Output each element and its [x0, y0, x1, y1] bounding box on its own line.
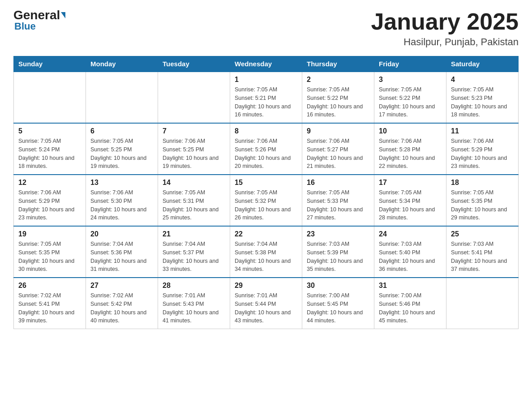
calendar-cell: 23Sunrise: 7:03 AM Sunset: 5:39 PM Dayli… [302, 226, 374, 278]
day-number: 27 [90, 282, 153, 290]
day-info: Sunrise: 7:05 AM Sunset: 5:35 PM Dayligh… [18, 240, 81, 274]
day-info: Sunrise: 7:00 AM Sunset: 5:46 PM Dayligh… [379, 291, 442, 325]
day-info: Sunrise: 7:06 AM Sunset: 5:30 PM Dayligh… [90, 188, 153, 222]
calendar-cell: 3Sunrise: 7:05 AM Sunset: 5:22 PM Daylig… [374, 72, 446, 123]
calendar-day-header: Wednesday [230, 56, 302, 72]
day-number: 14 [163, 179, 225, 187]
calendar-week-row: 5Sunrise: 7:05 AM Sunset: 5:24 PM Daylig… [14, 123, 519, 175]
calendar-cell: 17Sunrise: 7:05 AM Sunset: 5:34 PM Dayli… [374, 175, 446, 226]
day-info: Sunrise: 7:00 AM Sunset: 5:45 PM Dayligh… [307, 291, 369, 325]
calendar-day-header: Monday [86, 56, 158, 72]
page-header: General Blue January 2025 Hasilpur, Punj… [13, 9, 519, 48]
logo-arrow-icon [61, 12, 65, 18]
day-number: 5 [18, 127, 81, 135]
day-info: Sunrise: 7:01 AM Sunset: 5:44 PM Dayligh… [235, 291, 297, 325]
calendar-cell: 26Sunrise: 7:02 AM Sunset: 5:41 PM Dayli… [14, 278, 86, 329]
day-number: 22 [235, 230, 297, 238]
calendar-cell: 10Sunrise: 7:06 AM Sunset: 5:28 PM Dayli… [374, 123, 446, 175]
day-info: Sunrise: 7:01 AM Sunset: 5:43 PM Dayligh… [163, 291, 225, 325]
calendar-cell [446, 278, 519, 329]
day-number: 10 [379, 127, 442, 135]
calendar-cell: 16Sunrise: 7:05 AM Sunset: 5:33 PM Dayli… [302, 175, 374, 226]
day-number: 1 [235, 76, 297, 84]
day-info: Sunrise: 7:06 AM Sunset: 5:26 PM Dayligh… [235, 137, 297, 171]
day-info: Sunrise: 7:05 AM Sunset: 5:22 PM Dayligh… [379, 86, 442, 119]
calendar-cell: 7Sunrise: 7:06 AM Sunset: 5:25 PM Daylig… [158, 123, 230, 175]
calendar-cell: 8Sunrise: 7:06 AM Sunset: 5:26 PM Daylig… [230, 123, 302, 175]
day-number: 3 [379, 76, 442, 84]
day-info: Sunrise: 7:05 AM Sunset: 5:31 PM Dayligh… [163, 188, 225, 222]
calendar-week-row: 26Sunrise: 7:02 AM Sunset: 5:41 PM Dayli… [14, 278, 519, 329]
calendar-cell: 27Sunrise: 7:02 AM Sunset: 5:42 PM Dayli… [86, 278, 158, 329]
day-info: Sunrise: 7:06 AM Sunset: 5:27 PM Dayligh… [307, 137, 369, 171]
calendar-cell: 13Sunrise: 7:06 AM Sunset: 5:30 PM Dayli… [86, 175, 158, 226]
calendar-cell [14, 72, 86, 123]
day-info: Sunrise: 7:05 AM Sunset: 5:33 PM Dayligh… [307, 188, 369, 222]
day-info: Sunrise: 7:05 AM Sunset: 5:23 PM Dayligh… [451, 86, 514, 119]
calendar-day-header: Thursday [302, 56, 374, 72]
calendar-day-header: Friday [374, 56, 446, 72]
day-number: 25 [451, 230, 514, 238]
calendar-week-row: 12Sunrise: 7:06 AM Sunset: 5:29 PM Dayli… [14, 175, 519, 226]
day-number: 4 [451, 76, 514, 84]
day-info: Sunrise: 7:06 AM Sunset: 5:25 PM Dayligh… [163, 137, 225, 171]
calendar-cell: 28Sunrise: 7:01 AM Sunset: 5:43 PM Dayli… [158, 278, 230, 329]
title-block: January 2025 Hasilpur, Punjab, Pakistan [371, 9, 519, 48]
calendar-cell: 30Sunrise: 7:00 AM Sunset: 5:45 PM Dayli… [302, 278, 374, 329]
calendar-cell: 20Sunrise: 7:04 AM Sunset: 5:36 PM Dayli… [86, 226, 158, 278]
day-number: 7 [163, 127, 225, 135]
logo-blue: Blue [14, 21, 36, 31]
day-info: Sunrise: 7:05 AM Sunset: 5:32 PM Dayligh… [235, 188, 297, 222]
day-number: 26 [18, 282, 81, 290]
calendar-day-header: Sunday [14, 56, 86, 72]
calendar-cell [158, 72, 230, 123]
calendar-cell: 2Sunrise: 7:05 AM Sunset: 5:22 PM Daylig… [302, 72, 374, 123]
day-info: Sunrise: 7:05 AM Sunset: 5:22 PM Dayligh… [307, 86, 369, 119]
logo: General Blue [13, 9, 65, 31]
day-info: Sunrise: 7:05 AM Sunset: 5:24 PM Dayligh… [18, 137, 81, 171]
day-info: Sunrise: 7:06 AM Sunset: 5:29 PM Dayligh… [18, 188, 81, 222]
day-number: 23 [307, 230, 369, 238]
calendar-cell [86, 72, 158, 123]
calendar-cell: 9Sunrise: 7:06 AM Sunset: 5:27 PM Daylig… [302, 123, 374, 175]
day-number: 29 [235, 282, 297, 290]
day-number: 15 [235, 179, 297, 187]
day-info: Sunrise: 7:06 AM Sunset: 5:29 PM Dayligh… [451, 137, 514, 171]
day-number: 31 [379, 282, 442, 290]
day-info: Sunrise: 7:06 AM Sunset: 5:28 PM Dayligh… [379, 137, 442, 171]
day-number: 13 [90, 179, 153, 187]
calendar-cell: 6Sunrise: 7:05 AM Sunset: 5:25 PM Daylig… [86, 123, 158, 175]
calendar-cell: 5Sunrise: 7:05 AM Sunset: 5:24 PM Daylig… [14, 123, 86, 175]
day-info: Sunrise: 7:04 AM Sunset: 5:38 PM Dayligh… [235, 240, 297, 274]
calendar-cell: 1Sunrise: 7:05 AM Sunset: 5:21 PM Daylig… [230, 72, 302, 123]
logo-general: General [13, 9, 65, 21]
calendar-table: SundayMondayTuesdayWednesdayThursdayFrid… [13, 56, 519, 329]
calendar-cell: 25Sunrise: 7:03 AM Sunset: 5:41 PM Dayli… [446, 226, 519, 278]
day-number: 21 [163, 230, 225, 238]
calendar-week-row: 19Sunrise: 7:05 AM Sunset: 5:35 PM Dayli… [14, 226, 519, 278]
day-info: Sunrise: 7:03 AM Sunset: 5:39 PM Dayligh… [307, 240, 369, 274]
calendar-week-row: 1Sunrise: 7:05 AM Sunset: 5:21 PM Daylig… [14, 72, 519, 123]
calendar-cell: 12Sunrise: 7:06 AM Sunset: 5:29 PM Dayli… [14, 175, 86, 226]
month-year-title: January 2025 [371, 9, 519, 34]
calendar-day-header: Saturday [446, 56, 519, 72]
day-info: Sunrise: 7:05 AM Sunset: 5:21 PM Dayligh… [235, 86, 297, 119]
calendar-day-header: Tuesday [158, 56, 230, 72]
location-subtitle: Hasilpur, Punjab, Pakistan [371, 36, 519, 48]
calendar-cell: 11Sunrise: 7:06 AM Sunset: 5:29 PM Dayli… [446, 123, 519, 175]
day-number: 28 [163, 282, 225, 290]
day-number: 9 [307, 127, 369, 135]
calendar-cell: 29Sunrise: 7:01 AM Sunset: 5:44 PM Dayli… [230, 278, 302, 329]
day-number: 2 [307, 76, 369, 84]
calendar-cell: 19Sunrise: 7:05 AM Sunset: 5:35 PM Dayli… [14, 226, 86, 278]
day-info: Sunrise: 7:05 AM Sunset: 5:34 PM Dayligh… [379, 188, 442, 222]
day-number: 19 [18, 230, 81, 238]
calendar-cell: 22Sunrise: 7:04 AM Sunset: 5:38 PM Dayli… [230, 226, 302, 278]
day-number: 17 [379, 179, 442, 187]
day-number: 24 [379, 230, 442, 238]
calendar-header-row: SundayMondayTuesdayWednesdayThursdayFrid… [14, 56, 519, 72]
day-number: 8 [235, 127, 297, 135]
calendar-cell: 31Sunrise: 7:00 AM Sunset: 5:46 PM Dayli… [374, 278, 446, 329]
day-number: 20 [90, 230, 153, 238]
calendar-cell: 14Sunrise: 7:05 AM Sunset: 5:31 PM Dayli… [158, 175, 230, 226]
